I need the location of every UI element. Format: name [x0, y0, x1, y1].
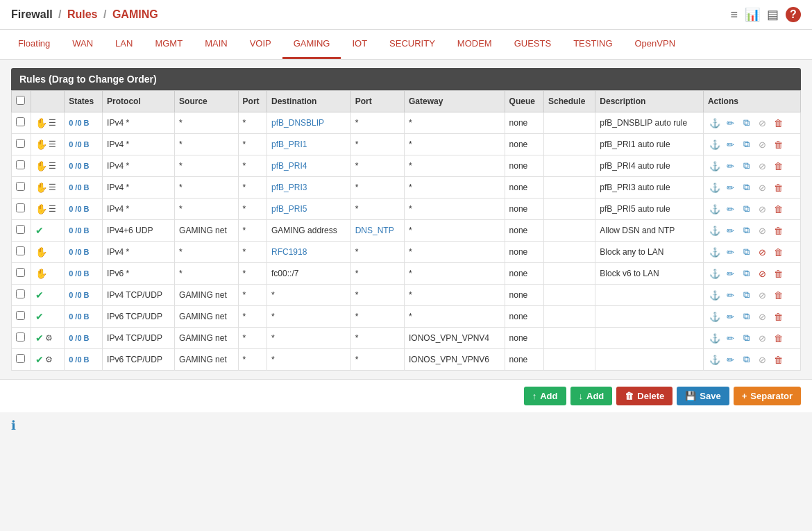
copy-icon[interactable]: ⧉	[740, 224, 754, 237]
separator-button[interactable]: +Separator	[734, 387, 801, 405]
edit-icon[interactable]: ✏	[724, 116, 738, 130]
tab-voip[interactable]: VOIP	[239, 30, 282, 59]
select-all-checkbox[interactable]	[16, 96, 25, 105]
info-icon[interactable]: ℹ	[11, 418, 16, 433]
delete-row-icon[interactable]: 🗑	[772, 224, 786, 237]
anchor-icon[interactable]: ⚓	[708, 267, 722, 280]
delete-row-icon[interactable]: 🗑	[772, 267, 786, 280]
drag-handle-icon[interactable]: ✋	[35, 246, 47, 258]
states-link[interactable]: 0 /0 B	[69, 355, 89, 364]
copy-icon[interactable]: ⧉	[740, 267, 754, 280]
breadcrumb-rules[interactable]: Rules	[67, 8, 98, 20]
row-checkbox-0[interactable]	[16, 117, 25, 126]
anchor-icon[interactable]: ⚓	[708, 159, 722, 173]
states-link[interactable]: 0 /0 B	[69, 140, 89, 149]
tab-floating[interactable]: Floating	[7, 30, 61, 59]
destination-link[interactable]: pfB_PRI4	[271, 161, 307, 171]
disable-icon[interactable]: ⊘	[756, 180, 770, 194]
row-checkbox-1[interactable]	[16, 139, 25, 148]
anchor-icon[interactable]: ⚓	[708, 331, 722, 345]
tab-testing[interactable]: TESTING	[562, 30, 623, 59]
disable-icon[interactable]: ⊘	[756, 224, 770, 237]
edit-icon[interactable]: ✏	[724, 331, 738, 345]
destination-link[interactable]: pfB_PRI3	[271, 183, 307, 192]
tab-modem[interactable]: MODEM	[446, 30, 503, 59]
delete-row-icon[interactable]: 🗑	[772, 116, 786, 130]
drag-handle-icon[interactable]: ✋	[35, 160, 47, 171]
anchor-icon[interactable]: ⚓	[708, 288, 722, 302]
dest-port-link[interactable]: DNS_NTP	[355, 226, 394, 235]
states-link[interactable]: 0 /0 B	[69, 291, 89, 299]
anchor-icon[interactable]: ⚓	[708, 310, 722, 323]
row-checkbox-4[interactable]	[16, 203, 25, 212]
copy-icon[interactable]: ⧉	[740, 116, 754, 130]
delete-row-icon[interactable]: 🗑	[772, 202, 786, 216]
tab-guests[interactable]: GUESTS	[503, 30, 562, 59]
states-link[interactable]: 0 /0 B	[69, 269, 89, 278]
disable-icon[interactable]: ⊘	[756, 159, 770, 173]
anchor-icon[interactable]: ⚓	[708, 116, 722, 130]
tab-openvpn[interactable]: OpenVPN	[624, 30, 687, 59]
disable-icon[interactable]: ⊘	[756, 310, 770, 323]
save-button[interactable]: 💾Save	[677, 387, 729, 405]
chart-icon[interactable]: 📊	[745, 7, 760, 22]
row-checkbox-6[interactable]	[16, 246, 25, 255]
copy-icon[interactable]: ⧉	[740, 180, 754, 194]
anchor-icon[interactable]: ⚓	[708, 353, 722, 366]
row-checkbox-8[interactable]	[16, 289, 25, 298]
states-link[interactable]: 0 /0 B	[69, 119, 89, 127]
delete-button[interactable]: 🗑Delete	[616, 387, 673, 405]
states-link[interactable]: 0 /0 B	[69, 183, 89, 192]
copy-icon[interactable]: ⧉	[740, 353, 754, 366]
add-down-button[interactable]: ↓Add	[570, 387, 613, 405]
row-checkbox-11[interactable]	[16, 354, 25, 363]
row-checkbox-3[interactable]	[16, 182, 25, 191]
tab-gaming[interactable]: GAMING	[282, 30, 341, 59]
drag-handle-icon[interactable]: ✋	[35, 203, 47, 214]
row-checkbox-5[interactable]	[16, 225, 25, 234]
copy-icon[interactable]: ⧉	[740, 288, 754, 302]
help-icon[interactable]: ?	[786, 7, 801, 22]
states-link[interactable]: 0 /0 B	[69, 162, 89, 170]
disable-icon[interactable]: ⊘	[756, 116, 770, 130]
tab-mgmt[interactable]: MGMT	[144, 30, 194, 59]
delete-row-icon[interactable]: 🗑	[772, 288, 786, 302]
row-checkbox-7[interactable]	[16, 268, 25, 277]
drag-handle-icon[interactable]: ✋	[35, 182, 47, 193]
delete-row-icon[interactable]: 🗑	[772, 180, 786, 194]
anchor-icon[interactable]: ⚓	[708, 224, 722, 237]
terminal-icon[interactable]: ▤	[767, 7, 779, 22]
delete-row-icon[interactable]: 🗑	[772, 310, 786, 323]
destination-link[interactable]: pfB_DNSBLIP	[271, 118, 324, 128]
disable-icon[interactable]: ⊘	[756, 353, 770, 366]
states-link[interactable]: 0 /0 B	[69, 205, 89, 213]
row-checkbox-10[interactable]	[16, 332, 25, 342]
delete-row-icon[interactable]: 🗑	[772, 245, 786, 259]
edit-icon[interactable]: ✏	[724, 159, 738, 173]
anchor-icon[interactable]: ⚓	[708, 137, 722, 151]
states-link[interactable]: 0 /0 B	[69, 226, 89, 235]
breadcrumb-gaming[interactable]: GAMING	[112, 8, 158, 20]
delete-row-icon[interactable]: 🗑	[772, 137, 786, 151]
edit-icon[interactable]: ✏	[724, 224, 738, 237]
destination-link[interactable]: RFC1918	[271, 247, 307, 257]
add-up-button[interactable]: ↑Add	[524, 387, 566, 405]
drag-handle-icon[interactable]: ✋	[35, 268, 47, 279]
tab-lan[interactable]: LAN	[104, 30, 144, 59]
states-link[interactable]: 0 /0 B	[69, 248, 89, 256]
states-link[interactable]: 0 /0 B	[69, 312, 89, 321]
states-link[interactable]: 0 /0 B	[69, 334, 89, 342]
copy-icon[interactable]: ⧉	[740, 159, 754, 173]
disable-icon[interactable]: ⊘	[756, 137, 770, 151]
anchor-icon[interactable]: ⚓	[708, 245, 722, 259]
destination-link[interactable]: pfB_PRI5	[271, 204, 307, 214]
edit-icon[interactable]: ✏	[724, 245, 738, 259]
disable-icon[interactable]: ⊘	[756, 267, 770, 280]
disable-icon[interactable]: ⊘	[756, 288, 770, 302]
disable-icon[interactable]: ⊘	[756, 331, 770, 345]
copy-icon[interactable]: ⧉	[740, 202, 754, 216]
copy-icon[interactable]: ⧉	[740, 310, 754, 323]
anchor-icon[interactable]: ⚓	[708, 180, 722, 194]
delete-row-icon[interactable]: 🗑	[772, 331, 786, 345]
filter-icon[interactable]: ≡	[730, 8, 738, 22]
